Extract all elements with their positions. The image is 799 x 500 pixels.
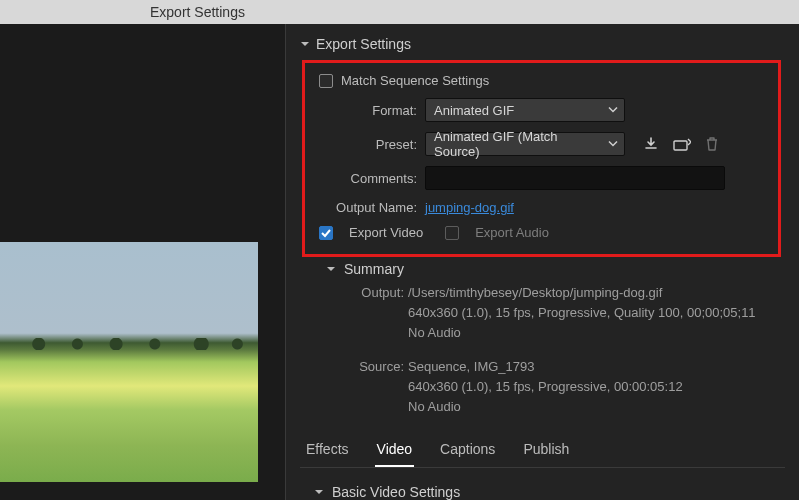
format-row: Format: Animated GIF (317, 98, 766, 122)
export-toggles-row: Export Video Export Audio (319, 225, 766, 240)
chevron-down-icon (608, 103, 618, 118)
summary-source-label: Source: (350, 357, 404, 417)
export-video-label: Export Video (349, 225, 423, 240)
preset-actions (643, 136, 719, 152)
preset-dropdown[interactable]: Animated GIF (Match Source) (425, 132, 625, 156)
comments-row: Comments: (317, 166, 766, 190)
output-name-link[interactable]: jumping-dog.gif (425, 200, 514, 215)
preset-row: Preset: Animated GIF (Match Source) (317, 132, 766, 156)
summary-section: Summary Output: /Users/timthybesey/Deskt… (326, 261, 785, 417)
settings-panel: Export Settings Match Sequence Settings … (286, 24, 799, 500)
comments-label: Comments: (317, 171, 425, 186)
chevron-down-icon (300, 39, 310, 49)
summary-output-label: Output: (350, 283, 404, 343)
settings-tabs: Effects Video Captions Publish (300, 431, 785, 468)
save-preset-icon[interactable] (643, 136, 659, 152)
comments-input[interactable] (425, 166, 725, 190)
export-audio-checkbox[interactable] (445, 226, 459, 240)
preview-panel (0, 24, 286, 500)
export-video-checkbox[interactable] (319, 226, 333, 240)
match-sequence-label: Match Sequence Settings (341, 73, 489, 88)
svg-rect-0 (674, 141, 687, 150)
summary-source-value: Sequence, IMG_1793 640x360 (1.0), 15 fps… (408, 357, 785, 417)
export-video-group: Export Video (319, 225, 423, 240)
preview-image (0, 242, 258, 482)
tab-publish[interactable]: Publish (521, 437, 571, 467)
summary-header[interactable]: Summary (326, 261, 785, 277)
summary-heading: Summary (344, 261, 404, 277)
window-titlebar: Export Settings (0, 0, 799, 24)
chevron-down-icon (608, 137, 618, 152)
format-dropdown[interactable]: Animated GIF (425, 98, 625, 122)
export-settings-header[interactable]: Export Settings (300, 36, 785, 52)
output-name-label: Output Name: (317, 200, 425, 215)
match-sequence-row: Match Sequence Settings (319, 73, 766, 88)
summary-source: Source: Sequence, IMG_1793 640x360 (1.0)… (350, 357, 785, 417)
export-audio-label: Export Audio (475, 225, 549, 240)
match-sequence-checkbox[interactable] (319, 74, 333, 88)
format-label: Format: (317, 103, 425, 118)
basic-video-settings-heading: Basic Video Settings (332, 484, 460, 500)
import-preset-icon[interactable] (673, 137, 691, 151)
chevron-down-icon (326, 264, 336, 274)
export-settings-group: Match Sequence Settings Format: Animated… (302, 60, 781, 257)
window-title: Export Settings (150, 4, 245, 20)
chevron-down-icon (314, 487, 324, 497)
tab-captions[interactable]: Captions (438, 437, 497, 467)
tab-video[interactable]: Video (375, 437, 415, 467)
main-area: Export Settings Match Sequence Settings … (0, 24, 799, 500)
basic-video-settings-header[interactable]: Basic Video Settings (314, 484, 785, 500)
export-audio-group: Export Audio (445, 225, 549, 240)
delete-preset-icon[interactable] (705, 136, 719, 152)
preset-value: Animated GIF (Match Source) (434, 129, 602, 159)
preset-label: Preset: (317, 137, 425, 152)
tab-effects[interactable]: Effects (304, 437, 351, 467)
export-settings-heading: Export Settings (316, 36, 411, 52)
format-value: Animated GIF (434, 103, 514, 118)
summary-output-value: /Users/timthybesey/Desktop/jumping-dog.g… (408, 283, 785, 343)
output-name-row: Output Name: jumping-dog.gif (317, 200, 766, 215)
summary-output: Output: /Users/timthybesey/Desktop/jumpi… (350, 283, 785, 343)
